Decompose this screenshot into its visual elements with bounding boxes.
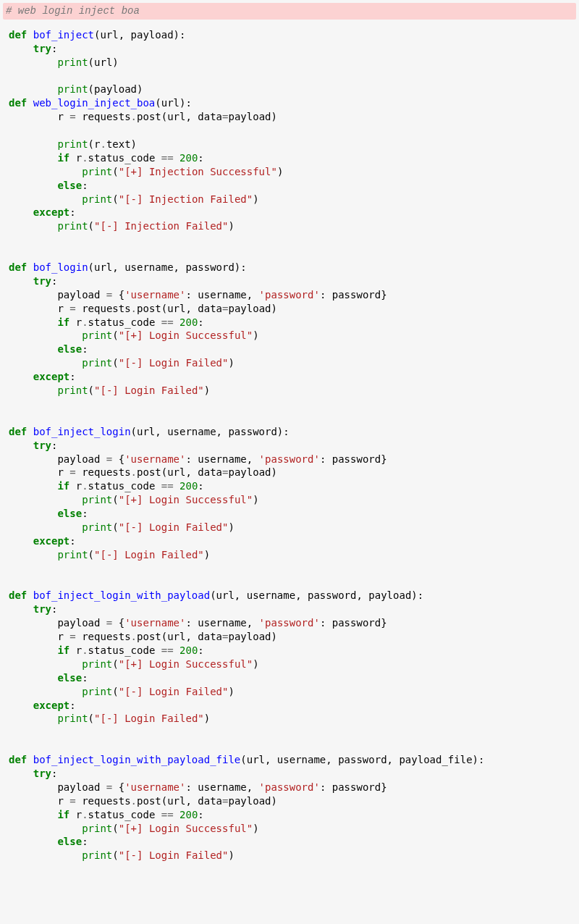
highlighted-comment: # web login inject boa xyxy=(3,3,576,20)
code-viewer: { "language": "python", "top_comment": "… xyxy=(0,0,579,924)
code-block: def bof_inject(url, payload): try: print… xyxy=(6,27,573,864)
